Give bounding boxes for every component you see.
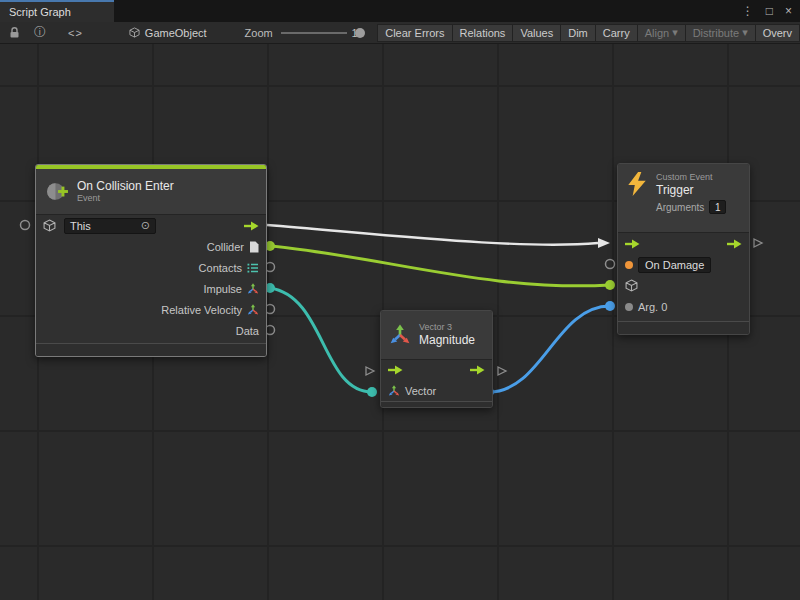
graph-canvas[interactable]: On Collision Enter Event This ⊙ Collider xyxy=(0,44,800,600)
port-event-target-input[interactable] xyxy=(21,221,30,230)
vector3-icon xyxy=(389,324,411,346)
wire-flow-arrowhead xyxy=(598,238,610,248)
tab-script-graph[interactable]: Script Graph xyxy=(0,0,114,22)
relations-button[interactable]: Relations xyxy=(453,24,514,42)
port-label-arg0: Arg. 0 xyxy=(638,301,667,313)
close-icon[interactable]: × xyxy=(785,4,792,18)
port-label-data: Data xyxy=(236,325,259,337)
node-title: Magnitude xyxy=(419,333,475,347)
zoom-slider-knob[interactable] xyxy=(355,28,365,38)
unity-script-graph-window: Script Graph ⋮ □ × ⓘ <> GameObject Zoom … xyxy=(0,0,800,600)
port-magnitude-flow-in[interactable] xyxy=(366,367,374,375)
vector3-type-icon xyxy=(247,304,259,316)
arg0-port-dot[interactable] xyxy=(625,303,633,311)
port-magnitude-flow-out[interactable] xyxy=(498,367,506,375)
tab-label: Script Graph xyxy=(9,6,71,18)
node-trigger-custom-event[interactable]: Custom Event Trigger Arguments 1 xyxy=(617,163,750,335)
port-vector-input[interactable] xyxy=(367,387,377,397)
info-icon[interactable]: ⓘ xyxy=(34,24,46,41)
port-label-vector: Vector xyxy=(405,385,436,397)
wire-flow[interactable] xyxy=(267,225,598,245)
gameobject-selector[interactable]: GameObject xyxy=(129,27,207,39)
align-dropdown[interactable]: Align▾ xyxy=(638,24,686,42)
carry-button[interactable]: Carry xyxy=(596,24,638,42)
node-subtitle: Event xyxy=(77,193,174,204)
zoom-label: Zoom xyxy=(245,27,273,39)
flow-input-arrow-icon[interactable] xyxy=(625,239,640,249)
lock-icon[interactable] xyxy=(8,26,21,39)
chevron-down-icon: ▾ xyxy=(672,26,678,39)
node-vector3-magnitude[interactable]: Vector 3 Magnitude Vector xyxy=(380,310,493,408)
node-footer xyxy=(618,321,749,334)
string-port-dot[interactable] xyxy=(625,261,633,269)
contacts-list-icon xyxy=(247,262,259,274)
port-label-relative-velocity: Relative Velocity xyxy=(161,304,242,316)
port-label-impulse: Impulse xyxy=(203,283,242,295)
collision-event-icon xyxy=(44,179,69,204)
maximize-icon[interactable]: □ xyxy=(766,4,773,18)
node-title: On Collision Enter xyxy=(77,179,174,193)
gameobject-cube-icon xyxy=(43,219,56,232)
wire-magnitude[interactable] xyxy=(489,306,610,392)
flow-output-arrow-icon[interactable] xyxy=(244,221,259,231)
arguments-field[interactable]: 1 xyxy=(709,200,726,214)
collider-doc-icon xyxy=(249,241,259,253)
wire-collider[interactable] xyxy=(270,246,610,286)
port-arg0-input[interactable] xyxy=(605,301,615,311)
node-on-collision-enter[interactable]: On Collision Enter Event This ⊙ Collider xyxy=(35,164,267,357)
custom-event-lightning-icon xyxy=(626,172,648,196)
gameobject-label: GameObject xyxy=(145,27,207,39)
port-event-name-input[interactable] xyxy=(606,260,615,269)
vector3-type-icon xyxy=(388,385,400,397)
port-trigger-flow-out[interactable] xyxy=(754,239,762,247)
zoom-slider-track xyxy=(281,32,347,34)
code-icon[interactable]: <> xyxy=(68,27,83,39)
window-menu-icon[interactable]: ⋮ xyxy=(742,4,754,18)
zoom-slider[interactable] xyxy=(281,26,347,40)
wire-impulse[interactable] xyxy=(270,288,372,392)
overview-button[interactable]: Overv xyxy=(756,24,800,42)
vector3-type-icon xyxy=(247,283,259,295)
event-name-field[interactable]: On Damage xyxy=(638,257,711,273)
flow-input-arrow-icon[interactable] xyxy=(388,365,403,375)
gameobject-cube-icon xyxy=(129,27,140,38)
arguments-label: Arguments xyxy=(656,202,704,213)
titlebar: Script Graph ⋮ □ × xyxy=(0,0,800,22)
dim-button[interactable]: Dim xyxy=(561,24,596,42)
node-type-label: Custom Event xyxy=(656,172,726,183)
distribute-dropdown[interactable]: Distribute▾ xyxy=(686,24,756,42)
port-trigger-target-input[interactable] xyxy=(605,280,615,290)
node-title: Trigger xyxy=(656,183,726,197)
clear-errors-button[interactable]: Clear Errors xyxy=(377,24,452,42)
flow-output-arrow-icon[interactable] xyxy=(727,239,742,249)
port-label-contacts: Contacts xyxy=(199,262,242,274)
toolbar: ⓘ <> GameObject Zoom 1x Clear Errors Rel… xyxy=(0,22,800,44)
target-field[interactable]: This ⊙ xyxy=(64,218,156,234)
flow-output-arrow-icon[interactable] xyxy=(470,365,485,375)
chevron-down-icon: ▾ xyxy=(742,26,748,39)
port-label-collider: Collider xyxy=(207,241,244,253)
gameobject-cube-icon xyxy=(625,279,638,292)
node-footer xyxy=(36,343,266,356)
node-type-label: Vector 3 xyxy=(419,322,475,333)
object-picker-icon[interactable]: ⊙ xyxy=(141,219,150,232)
values-button[interactable]: Values xyxy=(513,24,561,42)
node-footer xyxy=(381,401,492,407)
